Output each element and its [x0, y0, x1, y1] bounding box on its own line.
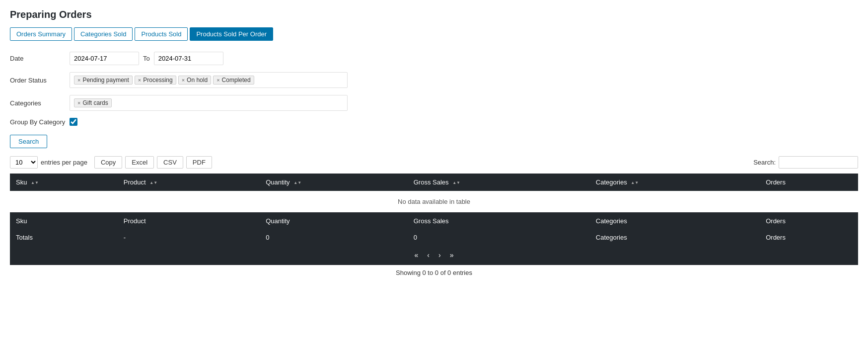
table-footer-header-row: Sku Product Quantity Gross Sales Categor…	[10, 212, 858, 230]
no-data-message: No data available in table	[10, 191, 858, 212]
pagination-prev[interactable]: ‹	[424, 250, 433, 260]
remove-processing[interactable]: ×	[138, 77, 141, 83]
date-to-input[interactable]	[154, 52, 223, 65]
csv-button[interactable]: CSV	[157, 156, 183, 169]
sort-product[interactable]: ▲▼	[149, 180, 157, 185]
foot-col-categories: Categories	[590, 212, 760, 230]
date-label: Date	[10, 55, 70, 62]
categories-label: Categories	[10, 99, 70, 107]
pagination-bar: « ‹ › »	[10, 245, 858, 265]
totals-gross-sales: 0	[408, 230, 590, 245]
pagination-next[interactable]: ›	[435, 250, 444, 260]
sort-gross-sales[interactable]: ▲▼	[452, 180, 460, 185]
order-status-label: Order Status	[10, 77, 70, 84]
totals-categories: Categories	[590, 230, 760, 245]
foot-col-product: Product	[118, 212, 260, 230]
pagination-first[interactable]: «	[412, 250, 422, 260]
tag-gift-cards: × Gift cards	[74, 98, 112, 107]
order-status-tags: × Pending payment × Processing × On hold…	[70, 72, 348, 88]
col-gross-sales: Gross Sales ▲▼	[408, 174, 590, 191]
foot-col-sku: Sku	[10, 212, 118, 230]
totals-orders: Orders	[760, 230, 858, 245]
tag-processing-label: Processing	[143, 77, 172, 84]
group-by-category-label: Group By Category	[10, 118, 70, 126]
group-by-category-row: Group By Category	[10, 118, 858, 126]
search-button-row: Search	[10, 133, 858, 148]
categories-tags: × Gift cards	[70, 95, 348, 111]
col-orders: Orders	[760, 174, 858, 191]
remove-gift-cards[interactable]: ×	[77, 100, 80, 106]
totals-quantity: 0	[260, 230, 408, 245]
tag-gift-cards-label: Gift cards	[82, 99, 108, 106]
showing-text: Showing 0 to 0 of 0 entries	[10, 269, 858, 276]
filters-section: Date To Order Status × Pending payment ×…	[10, 52, 858, 148]
date-row: Date To	[10, 52, 858, 65]
tag-completed-label: Completed	[222, 77, 251, 84]
tag-processing: × Processing	[135, 76, 176, 85]
col-quantity: Quantity ▲▼	[260, 174, 408, 191]
totals-label: Totals	[10, 230, 118, 245]
foot-col-gross-sales: Gross Sales	[408, 212, 590, 230]
copy-button[interactable]: Copy	[94, 156, 122, 169]
entries-per-page-select[interactable]: 10 25 50 100	[10, 156, 38, 169]
tag-pending-payment-label: Pending payment	[82, 77, 129, 84]
tag-on-hold-label: On hold	[187, 77, 208, 84]
totals-product: -	[118, 230, 260, 245]
foot-col-orders: Orders	[760, 212, 858, 230]
tab-bar: Orders Summary Categories Sold Products …	[10, 27, 858, 41]
tag-on-hold: × On hold	[178, 76, 211, 85]
sort-quantity[interactable]: ▲▼	[293, 180, 301, 185]
table-search-input[interactable]	[779, 156, 858, 169]
col-product: Product ▲▼	[118, 174, 260, 191]
excel-button[interactable]: Excel	[125, 156, 154, 169]
totals-row: Totals - 0 0 Categories Orders	[10, 230, 858, 245]
date-separator: To	[143, 55, 150, 62]
sort-sku[interactable]: ▲▼	[31, 180, 39, 185]
entries-label: entries per page	[41, 159, 87, 166]
remove-completed[interactable]: ×	[217, 77, 219, 83]
tab-products-sold-per-order[interactable]: Products Sold Per Order	[190, 27, 273, 41]
group-by-category-checkbox-wrap	[70, 118, 77, 126]
remove-pending-payment[interactable]: ×	[77, 77, 80, 83]
tag-pending-payment: × Pending payment	[74, 76, 133, 85]
table-header-row: Sku ▲▼ Product ▲▼ Quantity ▲▼ Gross Sale…	[10, 174, 858, 191]
categories-row: Categories × Gift cards	[10, 95, 858, 111]
table-controls: 10 25 50 100 entries per page Copy Excel…	[10, 156, 858, 169]
col-sku: Sku ▲▼	[10, 174, 118, 191]
col-categories: Categories ▲▼	[590, 174, 760, 191]
pagination-last[interactable]: »	[447, 250, 457, 260]
date-from-input[interactable]	[70, 52, 139, 65]
tab-orders-summary[interactable]: Orders Summary	[10, 27, 72, 41]
table-search-label: Search:	[753, 159, 776, 166]
data-table: Sku ▲▼ Product ▲▼ Quantity ▲▼ Gross Sale…	[10, 174, 858, 245]
pdf-button[interactable]: PDF	[186, 156, 212, 169]
foot-col-quantity: Quantity	[260, 212, 408, 230]
order-status-row: Order Status × Pending payment × Process…	[10, 72, 858, 88]
tab-categories-sold[interactable]: Categories Sold	[74, 27, 133, 41]
page-title: Preparing Orders	[10, 9, 858, 20]
tag-completed: × Completed	[213, 76, 254, 85]
tab-products-sold[interactable]: Products Sold	[135, 27, 188, 41]
remove-on-hold[interactable]: ×	[182, 77, 185, 83]
table-search-area: Search:	[753, 156, 858, 169]
group-by-category-checkbox[interactable]	[70, 118, 77, 126]
no-data-row: No data available in table	[10, 191, 858, 212]
sort-categories[interactable]: ▲▼	[631, 180, 639, 185]
search-button[interactable]: Search	[10, 135, 47, 148]
